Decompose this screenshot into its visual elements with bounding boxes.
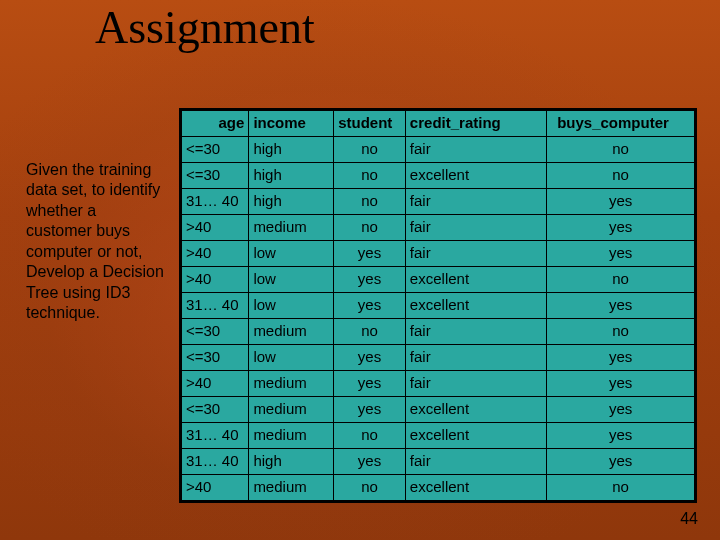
cell-credit_rating: fair — [405, 371, 546, 397]
cell-student: no — [334, 319, 406, 345]
cell-credit_rating: fair — [405, 215, 546, 241]
col-header-credit-rating: credit_rating — [405, 111, 546, 137]
cell-income: high — [249, 449, 334, 475]
cell-student: yes — [334, 241, 406, 267]
col-header-buys-computer: buys_computer — [547, 111, 695, 137]
table-row: >40lowyesfairyes — [182, 241, 695, 267]
training-data-table: age income student credit_rating buys_co… — [179, 108, 697, 503]
col-header-income: income — [249, 111, 334, 137]
cell-income: medium — [249, 475, 334, 501]
cell-age: <=30 — [182, 163, 249, 189]
slide: Assignment Given the training data set, … — [0, 0, 720, 540]
table-row: 31… 40mediumnoexcellentyes — [182, 423, 695, 449]
cell-income: high — [249, 189, 334, 215]
col-header-student: student — [334, 111, 406, 137]
cell-credit_rating: excellent — [405, 293, 546, 319]
page-number: 44 — [680, 510, 698, 528]
table-row: >40mediumnofairyes — [182, 215, 695, 241]
cell-age: >40 — [182, 215, 249, 241]
cell-student: yes — [334, 267, 406, 293]
cell-credit_rating: excellent — [405, 397, 546, 423]
table-row: >40mediumyesfairyes — [182, 371, 695, 397]
cell-credit_rating: fair — [405, 319, 546, 345]
table-row: <=30highnoexcellentno — [182, 163, 695, 189]
cell-income: medium — [249, 397, 334, 423]
cell-age: <=30 — [182, 137, 249, 163]
cell-buys_computer: no — [547, 319, 695, 345]
cell-age: 31… 40 — [182, 189, 249, 215]
cell-buys_computer: no — [547, 137, 695, 163]
cell-credit_rating: excellent — [405, 267, 546, 293]
cell-income: medium — [249, 215, 334, 241]
cell-student: yes — [334, 345, 406, 371]
cell-buys_computer: yes — [547, 423, 695, 449]
cell-buys_computer: yes — [547, 241, 695, 267]
cell-age: 31… 40 — [182, 423, 249, 449]
cell-age: 31… 40 — [182, 293, 249, 319]
cell-student: yes — [334, 397, 406, 423]
cell-credit_rating: excellent — [405, 423, 546, 449]
cell-credit_rating: fair — [405, 449, 546, 475]
cell-buys_computer: no — [547, 267, 695, 293]
table-row: 31… 40lowyesexcellentyes — [182, 293, 695, 319]
cell-income: low — [249, 241, 334, 267]
cell-buys_computer: no — [547, 475, 695, 501]
page-title: Assignment — [95, 1, 315, 54]
cell-student: yes — [334, 371, 406, 397]
cell-age: >40 — [182, 267, 249, 293]
cell-income: medium — [249, 423, 334, 449]
cell-age: >40 — [182, 241, 249, 267]
cell-buys_computer: yes — [547, 189, 695, 215]
cell-buys_computer: yes — [547, 215, 695, 241]
cell-student: no — [334, 137, 406, 163]
cell-age: <=30 — [182, 397, 249, 423]
cell-credit_rating: excellent — [405, 475, 546, 501]
cell-buys_computer: yes — [547, 345, 695, 371]
table-row: >40mediumnoexcellentno — [182, 475, 695, 501]
cell-student: no — [334, 163, 406, 189]
table-row: <=30mediumyesexcellentyes — [182, 397, 695, 423]
cell-income: medium — [249, 319, 334, 345]
cell-student: no — [334, 475, 406, 501]
table-row: <=30highnofairno — [182, 137, 695, 163]
cell-buys_computer: no — [547, 163, 695, 189]
cell-buys_computer: yes — [547, 397, 695, 423]
cell-age: >40 — [182, 475, 249, 501]
cell-income: low — [249, 345, 334, 371]
table-row: <=30mediumnofairno — [182, 319, 695, 345]
cell-student: yes — [334, 449, 406, 475]
cell-student: no — [334, 215, 406, 241]
cell-age: >40 — [182, 371, 249, 397]
table-row: >40lowyesexcellentno — [182, 267, 695, 293]
cell-income: medium — [249, 371, 334, 397]
cell-credit_rating: fair — [405, 345, 546, 371]
cell-credit_rating: fair — [405, 137, 546, 163]
cell-income: high — [249, 163, 334, 189]
cell-student: no — [334, 423, 406, 449]
cell-income: high — [249, 137, 334, 163]
cell-credit_rating: fair — [405, 241, 546, 267]
cell-age: <=30 — [182, 345, 249, 371]
cell-student: no — [334, 189, 406, 215]
cell-age: <=30 — [182, 319, 249, 345]
table-row: 31… 40highnofairyes — [182, 189, 695, 215]
cell-income: low — [249, 293, 334, 319]
col-header-age: age — [182, 111, 249, 137]
assignment-description: Given the training data set, to identify… — [26, 160, 166, 324]
cell-income: low — [249, 267, 334, 293]
table-header-row: age income student credit_rating buys_co… — [182, 111, 695, 137]
table-row: <=30lowyesfairyes — [182, 345, 695, 371]
cell-credit_rating: fair — [405, 189, 546, 215]
cell-student: yes — [334, 293, 406, 319]
cell-age: 31… 40 — [182, 449, 249, 475]
cell-buys_computer: yes — [547, 371, 695, 397]
cell-buys_computer: yes — [547, 293, 695, 319]
table-row: 31… 40highyesfairyes — [182, 449, 695, 475]
cell-buys_computer: yes — [547, 449, 695, 475]
cell-credit_rating: excellent — [405, 163, 546, 189]
